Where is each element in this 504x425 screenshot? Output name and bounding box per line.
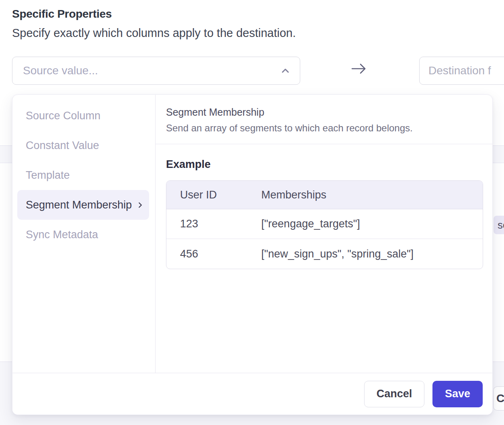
cell-memberships: ["reengage_targets"] [261, 218, 483, 230]
page-subtitle: Specify exactly which columns apply to t… [12, 27, 296, 40]
mapping-type-label: Segment Membership [26, 199, 132, 211]
save-button[interactable]: Save [432, 381, 483, 407]
detail-header: Segment Membership Send an array of segm… [156, 95, 492, 144]
mapping-type-item[interactable]: Sync Metadata [17, 220, 149, 249]
mapping-type-label: Constant Value [26, 139, 99, 152]
popover-body: Source Column Constant Value Template [12, 95, 492, 373]
mapping-type-item[interactable]: Segment Membership [17, 190, 149, 220]
example-table: User ID Memberships 123 ["reengage_targe… [166, 180, 483, 269]
mapping-type-list: Source Column Constant Value Template [12, 95, 156, 373]
mapping-type-label: Sync Metadata [26, 229, 98, 241]
mapping-type-label: Template [26, 169, 70, 182]
chevron-up-icon [280, 65, 291, 76]
detail-title: Segment Membership [166, 106, 482, 118]
destination-field-input[interactable] [419, 57, 504, 85]
mapping-type-item[interactable]: Template [17, 160, 149, 190]
column-header-user-id: User ID [166, 189, 261, 201]
cancel-button[interactable]: Cancel [364, 381, 424, 407]
example-heading: Example [166, 159, 482, 170]
mapping-type-popover: Source Column Constant Value Template [12, 94, 493, 415]
table-row: 123 ["reengage_targets"] [166, 209, 483, 239]
cell-user-id: 456 [166, 248, 261, 260]
mapping-type-detail: Segment Membership Send an array of segm… [156, 95, 492, 373]
example-table-header: User ID Memberships [166, 181, 483, 209]
mapping-type-item[interactable]: Source Column [17, 101, 149, 131]
mapping-type-label: Source Column [26, 110, 100, 122]
cell-user-id: 123 [166, 218, 261, 230]
popover-footer: Cancel Save [12, 373, 492, 415]
source-value-select[interactable]: Source value... [12, 57, 300, 85]
column-header-memberships: Memberships [261, 189, 483, 201]
table-row: 456 ["new_sign_ups", "spring_sale"] [166, 239, 483, 269]
cell-memberships: ["new_sign_ups", "spring_sale"] [261, 248, 483, 260]
mapping-type-item[interactable]: Constant Value [17, 131, 149, 160]
source-value-placeholder: Source value... [23, 64, 98, 77]
arrow-right-icon [350, 61, 367, 78]
detail-description: Send an array of segments to which each … [166, 122, 482, 134]
background-partial-badge: se [494, 216, 504, 234]
chevron-right-icon [136, 200, 145, 210]
background-partial-cancel-button[interactable]: Ca [493, 386, 504, 411]
page-title: Specific Properties [12, 8, 112, 20]
